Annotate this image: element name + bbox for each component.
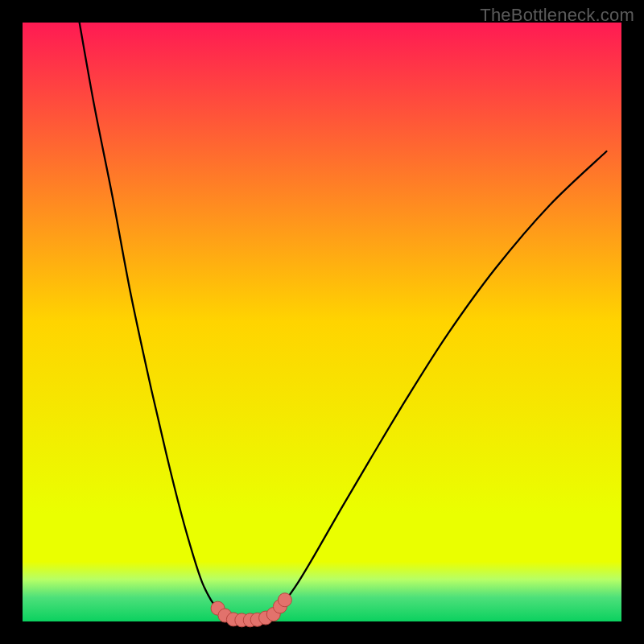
- plot-area: [23, 23, 621, 621]
- bottleneck-chart: [0, 0, 644, 644]
- watermark-text: TheBottleneck.com: [480, 5, 634, 26]
- data-marker: [278, 593, 291, 607]
- chart-container: TheBottleneck.com: [0, 0, 644, 644]
